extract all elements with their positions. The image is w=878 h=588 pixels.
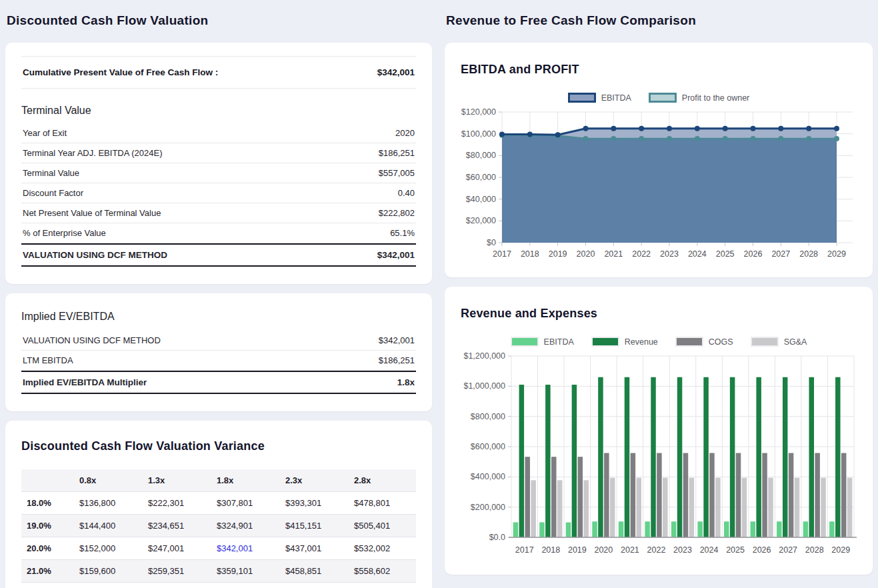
implied-ev-rows: VALUATION USING DCF METHOD$342,001LTM EB…	[21, 331, 416, 371]
bar-cogs	[736, 453, 741, 537]
terminal-row: Net Present Value of Terminal Value$222,…	[21, 203, 416, 223]
bar-cogs	[815, 453, 820, 537]
ebitda-point	[778, 126, 783, 131]
y-tick-label: $200,000	[471, 503, 505, 512]
legend-swatch	[675, 337, 703, 347]
x-tick-label: 2029	[831, 545, 850, 555]
terminal-row-label: Terminal Value	[23, 168, 79, 178]
x-tick-label: 2021	[621, 545, 639, 555]
y-tick-label: $0.0	[489, 533, 505, 542]
variance-column-header: 1.8x	[210, 469, 279, 492]
bar-cogs	[841, 453, 847, 537]
variance-row: 22.0%$167,200$271,701$376,201$480,701$58…	[21, 583, 416, 588]
variance-cell: $532,002	[347, 537, 416, 560]
bar-sga	[557, 480, 563, 537]
y-tick-label: $60,000	[466, 173, 496, 182]
x-tick-label: 2027	[771, 249, 790, 259]
ebitda-point	[499, 131, 505, 137]
profit-point	[667, 136, 672, 141]
profit-point	[751, 136, 756, 141]
bar-sga	[715, 478, 721, 537]
y-tick-label: $40,000	[466, 195, 496, 204]
terminal-row-label: Discount Factor	[23, 188, 83, 198]
dcf-total-row: VALUATION USING DCF METHOD $342,001	[21, 243, 416, 267]
terminal-row: % of Enterprise Value65.1%	[21, 223, 416, 243]
ebitda-point	[695, 126, 700, 131]
divider	[21, 88, 416, 89]
bar-ebitda	[539, 522, 545, 537]
bar-revenue	[730, 377, 735, 537]
profit-point	[583, 136, 589, 141]
variance-cell: $271,701	[141, 583, 210, 588]
x-tick-label: 2022	[632, 249, 651, 259]
bar-cogs	[578, 457, 583, 537]
variance-cell: $478,801	[347, 492, 416, 515]
variance-cell: $247,001	[141, 537, 210, 560]
variance-cell: $307,801	[210, 492, 279, 515]
cumulative-pv-label: Cumulative Present Value of Free Cash Fl…	[23, 67, 218, 77]
variance-cell: $136,800	[73, 492, 141, 515]
bar-cogs	[789, 453, 794, 537]
bar-cogs	[657, 453, 662, 537]
legend-label: EBITDA	[544, 337, 574, 347]
bar-ebitda	[751, 521, 756, 537]
bar-sga	[742, 478, 747, 537]
x-tick-label: 2020	[577, 249, 595, 259]
variance-cell: $167,200	[73, 583, 141, 588]
bar-cogs	[604, 453, 609, 537]
bar-ebitda	[671, 521, 677, 537]
implied-ev-title: Implied EV/EBITDA	[21, 311, 416, 323]
variance-row: 21.0%$159,600$259,351$359,101$458,851$55…	[21, 560, 416, 583]
ebitda-point	[751, 126, 756, 131]
bar-revenue	[572, 385, 577, 537]
legend-item: Profit to the owner	[649, 93, 749, 103]
variance-row: 19.0%$144,400$234,651$324,901$415,151$50…	[21, 515, 416, 537]
y-tick-label: $800,000	[471, 412, 505, 421]
y-tick-label: $120,000	[461, 107, 496, 117]
variance-cell: $222,301	[141, 492, 210, 515]
ebitda-profit-chart-title: EBITDA and PROFIT	[461, 63, 857, 77]
y-tick-label: $1,000,000	[463, 381, 505, 391]
terminal-row: Discount Factor0.40	[21, 183, 416, 203]
variance-cell: $437,001	[279, 537, 347, 560]
ebitda-point	[806, 126, 811, 131]
legend-item: SG&A	[751, 337, 807, 347]
variance-row: 20.0%$152,000$247,001$342,001$437,001$53…	[21, 537, 416, 560]
x-axis-labels: 2017201820192020202120222023202420252026…	[493, 249, 846, 259]
x-tick-label: 2028	[799, 249, 818, 259]
terminal-row-label: % of Enterprise Value	[23, 228, 106, 238]
legend-label: COGS	[709, 337, 733, 347]
bar-ebitda	[619, 521, 624, 537]
legend-swatch	[511, 337, 539, 347]
dcf-summary-card: Cumulative Present Value of Free Cash Fl…	[5, 43, 432, 284]
bar-cogs	[631, 453, 636, 537]
terminal-row-value: 2020	[395, 128, 415, 138]
x-axis-labels: 2017201820192020202120222023202420252026…	[515, 545, 850, 555]
bar-ebitda	[829, 521, 835, 537]
variance-cell: $144,400	[73, 515, 141, 537]
x-tick-label: 2019	[549, 249, 567, 259]
dcf-total-label: VALUATION USING DCF METHOD	[23, 250, 167, 260]
x-tick-label: 2024	[688, 249, 707, 259]
bar-revenue	[809, 377, 814, 537]
x-tick-label: 2020	[594, 545, 613, 555]
x-tick-label: 2025	[716, 249, 735, 259]
bar-sga	[531, 480, 536, 537]
x-tick-label: 2022	[647, 545, 666, 555]
ebitda-point	[639, 126, 644, 131]
y-tick-label: $600,000	[471, 442, 505, 451]
x-tick-label: 2023	[660, 249, 679, 259]
bar-revenue	[625, 377, 630, 537]
bar-ebitda	[645, 521, 650, 537]
bar-cogs	[683, 453, 689, 537]
bar-cogs	[551, 457, 557, 537]
variance-cell: $152,000	[73, 537, 141, 560]
bar-cogs	[525, 457, 530, 537]
variance-row-label: 20.0%	[21, 537, 73, 560]
left-panel-title: Discounted Cash Flow Valuation	[5, 9, 432, 28]
ebitda-profit-legend: EBITDAProfit to the owner	[461, 93, 857, 103]
revenue-expenses-chart-title: Revenue and Expenses	[461, 307, 857, 321]
bar-revenue	[783, 377, 788, 537]
x-tick-label: 2018	[521, 249, 539, 259]
variance-cell: $558,602	[347, 560, 416, 583]
